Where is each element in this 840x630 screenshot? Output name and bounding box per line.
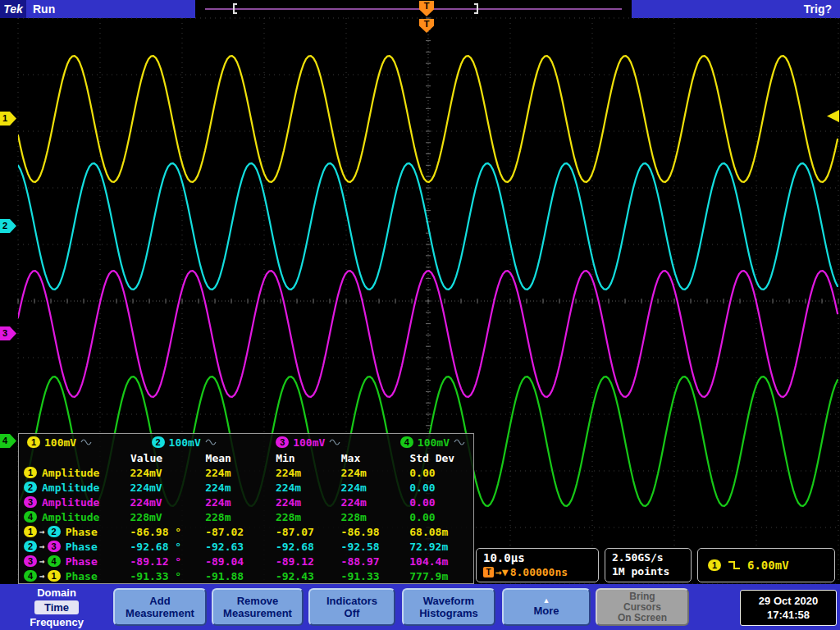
measurement-value: 224m (205, 496, 276, 509)
channel-2-badge[interactable]: 2100mV (152, 436, 217, 449)
domain-option-time[interactable]: Time (34, 600, 79, 614)
measurement-value: -87.07 (276, 526, 341, 538)
domain-selector[interactable]: Domain Time Frequency (5, 586, 108, 629)
measurement-label: 4Amplitude (19, 511, 130, 523)
record-length-readout: 1M points (612, 564, 684, 578)
measurement-value: 0.00 (409, 496, 473, 509)
measurement-value: 228m (276, 511, 341, 523)
acquisition-settings-box[interactable]: 2.50GS/s 1M points (605, 548, 692, 582)
measurement-row: 4Amplitude228mV228m228m228m0.00 (19, 509, 473, 524)
measurement-value: 68.08m (409, 526, 473, 538)
measurement-value: -89.12 ° (130, 555, 206, 568)
measurement-table-header: ValueMeanMinMaxStd Dev (19, 450, 473, 465)
button-label: Measurement (223, 607, 292, 619)
channel-number-pill: 3 (24, 496, 37, 508)
measurement-table-body: 1Amplitude224mV224m224m224m0.002Amplitud… (19, 465, 473, 583)
channel-number-pill: 4 (48, 555, 61, 567)
button-label: Histograms (419, 607, 478, 619)
domain-option-frequency[interactable]: Frequency (5, 615, 108, 629)
measurement-value: -89.04 (205, 555, 276, 568)
measurement-value: 224m (341, 482, 410, 494)
datetime-display: 29 Oct 2020 17:41:58 (740, 590, 837, 626)
channel-4-badge[interactable]: 4100mV (400, 436, 465, 449)
measurement-name: Amplitude (42, 482, 99, 494)
button-label: Waveform (423, 595, 474, 607)
measurement-value: 224m (276, 496, 341, 509)
remove-measurement-button[interactable]: Remove Measurement (212, 588, 304, 626)
measurement-value: 0.00 (409, 511, 473, 523)
channel-number-pill: 3 (276, 436, 289, 448)
measurement-value: -92.68 ° (130, 541, 206, 553)
measurement-value: 224mV (130, 467, 206, 479)
trigger-settings-box[interactable]: 1 6.00mV (697, 548, 835, 582)
channel-number-pill: 4 (24, 570, 37, 582)
time-label: 17:41:58 (767, 608, 810, 622)
arrow-icon: → (39, 527, 45, 537)
measurement-row: 1Amplitude224mV224m224m224m0.00 (19, 465, 473, 480)
measurement-value: 224mV (130, 496, 206, 509)
channel-number-pill: 4 (24, 511, 37, 523)
channel-number-pill: 4 (400, 436, 413, 448)
measurement-label: 3Amplitude (19, 496, 130, 509)
measurement-name: Amplitude (42, 496, 99, 509)
measurement-row: 2→3Phase-92.68 °-92.63-92.68-92.5872.92m (19, 539, 473, 554)
add-measurement-button[interactable]: Add Measurement (113, 588, 207, 626)
measurement-row: 3→4Phase-89.12 °-89.04-89.12-88.97104.4m (19, 554, 473, 568)
caret-up-icon: ▲ (543, 597, 550, 605)
horizontal-settings-box[interactable]: 10.0µs T →▼ 8.00000ns (476, 548, 599, 582)
measurement-value: 224m (205, 467, 276, 479)
arrow-icon: → (39, 541, 45, 552)
channel-number-pill: 3 (48, 541, 61, 552)
measurement-value: 228m (205, 511, 276, 523)
bandwidth-icon (454, 438, 465, 446)
bandwidth-icon (80, 438, 92, 446)
more-button[interactable]: ▲ More (502, 588, 591, 626)
measurement-value: -86.98 ° (130, 526, 206, 538)
button-label: Bring (629, 591, 655, 602)
channel-1-badge[interactable]: 1100mV (27, 436, 92, 449)
button-label: On Screen (618, 613, 667, 623)
measurement-value: 0.00 (409, 467, 473, 479)
channel-scale-readout: 100mV (418, 436, 450, 449)
channel-number-pill: 1 (48, 570, 61, 582)
bandwidth-icon (205, 438, 217, 446)
measurement-label: 2Amplitude (19, 482, 130, 494)
button-label: Off (345, 607, 360, 619)
measurement-value: -92.58 (341, 541, 410, 553)
bottom-menu-bar: Domain Time Frequency Add Measurement Re… (0, 584, 840, 630)
bandwidth-icon (329, 438, 340, 446)
timebase-readout: 10.0µs (483, 550, 591, 566)
channel-number-pill: 1 (24, 467, 37, 478)
channel-number-pill: 2 (24, 541, 37, 552)
channel-number-pill: 1 (24, 526, 37, 537)
measurement-column-header: Min (276, 452, 341, 464)
measurement-name: Phase (66, 570, 98, 582)
measurement-value: 224m (341, 496, 410, 509)
measurement-value: 224m (276, 467, 341, 479)
channel-number-pill: 1 (27, 436, 40, 448)
channel-scale-readout: 100mV (169, 436, 201, 449)
trigger-delay-readout: 8.00000ns (510, 566, 568, 578)
sample-rate-readout: 2.50GS/s (612, 550, 684, 564)
date-label: 29 Oct 2020 (759, 594, 818, 608)
button-label: Cursors (623, 602, 661, 613)
channel-scale-readout: 100mV (44, 436, 76, 449)
measurement-value: 777.9m (409, 570, 473, 582)
measurement-value: -92.43 (276, 570, 341, 582)
indicators-button[interactable]: Indicators Off (308, 588, 395, 626)
measurement-value: 72.92m (409, 541, 473, 553)
measurement-column-header: Value (130, 452, 206, 464)
measurement-name: Amplitude (42, 467, 99, 479)
measurement-value: 104.4m (409, 555, 473, 568)
button-label: Add (149, 595, 170, 607)
measurement-value: -88.97 (341, 555, 410, 568)
waveform-histograms-button[interactable]: Waveform Histograms (402, 588, 495, 626)
channel-scale-readout: 100mV (293, 436, 325, 449)
bring-cursors-button[interactable]: Bring Cursors On Screen (596, 588, 689, 626)
measurement-value: 224m (205, 482, 276, 494)
trigger-source-pill: 1 (708, 559, 721, 571)
oscilloscope-screen: Tek Run Trig? T T 1100mV2100mV3100mV4100… (0, 0, 840, 630)
channel-3-badge[interactable]: 3100mV (276, 436, 340, 449)
measurement-value: 228m (341, 511, 410, 523)
measurement-panel: 1100mV2100mV3100mV4100mV ValueMeanMinMax… (18, 433, 474, 584)
